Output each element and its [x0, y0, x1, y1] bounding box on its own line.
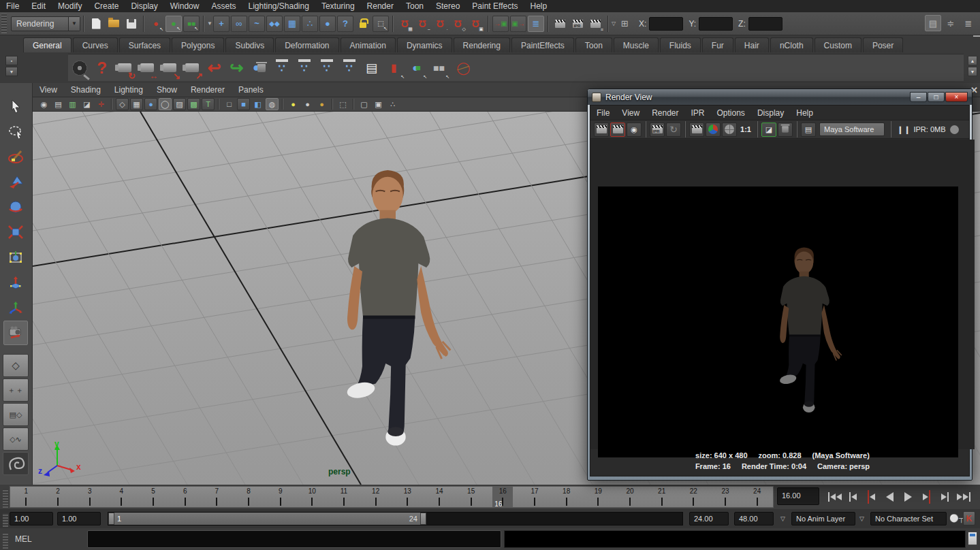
layout-persp-outliner-button[interactable]: ▤◇ [3, 403, 29, 426]
timeline-frame-number[interactable]: 12 [372, 487, 379, 495]
x-coord-input[interactable] [649, 17, 683, 31]
render-view-titlebar[interactable]: Render View – □ × [588, 89, 972, 105]
menu-paint-effects[interactable]: Paint Effects [466, 0, 524, 12]
snap-grid-icon[interactable]: Ω▦ [397, 16, 413, 32]
rotate-tool[interactable] [3, 195, 28, 219]
field-chart-icon[interactable]: ▨ [173, 98, 186, 110]
textured-display-icon[interactable]: ◍ [266, 98, 279, 110]
menu-file[interactable]: File [0, 0, 25, 12]
range-slider-trough[interactable]: 1 24 [108, 512, 683, 525]
panel-menu-renderer[interactable]: Renderer [184, 85, 232, 95]
highlight-selection-icon[interactable]: ⬚↖ [373, 16, 389, 32]
timeline-frame-number[interactable]: 1 [25, 487, 29, 495]
menu-lighting-shading[interactable]: Lighting/Shading [242, 0, 315, 12]
shelf-tab-ncloth[interactable]: nCloth [770, 37, 813, 52]
rv-menu-options[interactable]: Options [711, 108, 751, 118]
output-connections-icon[interactable]: ▣→ [510, 16, 526, 32]
last-tool-used[interactable] [3, 321, 28, 345]
rv-menu-ipr[interactable]: IPR [685, 108, 711, 118]
input-connections-icon[interactable]: →▣ [492, 16, 509, 32]
all-lights-icon[interactable]: ● [315, 98, 328, 110]
auto-keyframe-toggle[interactable]: K [963, 511, 975, 525]
shelf-tab-menu-icon[interactable]: ▼ [5, 67, 18, 76]
layout-four-pane-button[interactable]: ＋＋ [3, 378, 29, 402]
film-gate-icon[interactable]: ▦ [130, 98, 143, 110]
shelf-tab-rendering[interactable]: Rendering [454, 37, 510, 52]
wireframe-on-shaded-icon[interactable]: ▢ [358, 98, 370, 110]
shelf-tab-animation[interactable]: Animation [341, 37, 396, 52]
timeline-frame-number[interactable]: 4 [120, 487, 124, 495]
shelf-ik-handle-icon[interactable] [338, 56, 360, 80]
shelf-tab-surfaces[interactable]: Surfaces [119, 37, 170, 52]
shelf-undo-icon[interactable]: ↩ [203, 56, 225, 80]
menu-display[interactable]: Display [125, 0, 163, 12]
ipr-render-icon[interactable]: IPR [570, 16, 586, 32]
snap-point-icon[interactable]: Ω· [432, 16, 449, 32]
timeline-frame-number[interactable]: 21 [658, 487, 665, 495]
shelf-paint-brush-icon[interactable]: ◯╱ [450, 56, 473, 80]
save-scene-icon[interactable] [123, 16, 140, 32]
mask-surfaces-icon[interactable]: ◆◆ [266, 16, 283, 32]
rv-renderer-selector[interactable]: Maya Software [819, 123, 885, 136]
rv-render-settings-icon[interactable]: ▤ [801, 123, 816, 137]
menu-stereo[interactable]: Stereo [430, 0, 466, 12]
rv-ipr-render-icon[interactable]: IPR [650, 123, 665, 137]
timeline-frame-number[interactable]: 15 [467, 487, 475, 495]
current-time-field[interactable]: 16.00 [777, 487, 819, 505]
character-set-dropdown-icon[interactable]: ▽ [859, 515, 864, 522]
command-language-label[interactable]: MEL [15, 534, 32, 544]
timeline-frame-number[interactable]: 9 [279, 487, 283, 495]
shelf-tab-subdivs[interactable]: Subdivs [225, 37, 274, 52]
command-grip[interactable] [3, 532, 8, 549]
timeline-frame-number[interactable]: 19 [595, 487, 602, 495]
script-editor-icon[interactable] [968, 532, 977, 545]
mask-handles-icon[interactable]: + [213, 16, 230, 32]
shelf-delete-unused-icon[interactable]: ● [248, 56, 270, 80]
layout-single-pane-button[interactable]: ◇ [3, 354, 29, 377]
menu-assets[interactable]: Assets [205, 0, 242, 12]
shelf-scroll-down-icon[interactable]: ▼ [968, 67, 977, 76]
shelf-tab-fur[interactable]: Fur [702, 37, 733, 52]
rv-menu-help[interactable]: Help [790, 108, 819, 118]
go-to-start-button[interactable] [825, 487, 844, 507]
timeline-frame-number[interactable]: 3 [88, 487, 92, 495]
mask-dynamics-icon[interactable]: ∴ [302, 16, 318, 32]
layout-persp-graph-button[interactable]: ◇∿ [3, 427, 29, 451]
menu-set-selector[interactable]: Rendering ▼ [11, 16, 80, 31]
resolution-gate-icon[interactable]: ● [144, 98, 157, 110]
go-to-end-button[interactable] [954, 487, 973, 507]
rv-snapshot-icon[interactable]: ◉ [627, 123, 642, 137]
toolbar-grip[interactable] [1, 14, 7, 33]
safe-action-icon[interactable]: ▩ [187, 98, 200, 110]
smooth-shade-icon[interactable]: ■ [237, 98, 250, 110]
select-component-icon[interactable]: ■■↖ [183, 16, 200, 32]
rendered-image[interactable] [598, 187, 958, 457]
y-coord-input[interactable] [699, 17, 733, 31]
panel-menu-panels[interactable]: Panels [232, 85, 270, 95]
maximize-button[interactable]: □ [928, 92, 945, 102]
shelf-playblast-icon[interactable] [68, 56, 91, 80]
shelf-item-menu-icon[interactable]: ▪ [5, 56, 18, 65]
select-object-icon[interactable]: ●↖ [165, 16, 182, 32]
move-tool[interactable] [3, 169, 28, 194]
step-back-key-button[interactable] [862, 487, 881, 507]
anim-layer-field[interactable]: No Anim Layer [791, 512, 855, 525]
menu-help[interactable]: Help [524, 0, 554, 12]
rv-redo-previous-render-icon[interactable] [610, 123, 625, 137]
timeline-grip[interactable] [3, 489, 8, 508]
timeline-frame-number[interactable]: 24 [753, 487, 761, 495]
pan-zoom-icon[interactable]: ✛ [95, 98, 108, 110]
channel-box-icon[interactable]: ≣ [960, 15, 977, 31]
rv-menu-view[interactable]: View [616, 108, 646, 118]
shelf-select-object-red-icon[interactable]: ▮↖ [383, 56, 405, 80]
range-start-handle[interactable] [108, 513, 114, 525]
z-coord-input[interactable] [748, 17, 783, 31]
rv-render-region-icon[interactable] [689, 123, 704, 137]
range-grip[interactable] [3, 513, 8, 527]
timeline-frame-number[interactable]: 17 [531, 487, 538, 495]
soft-modification-tool[interactable] [3, 270, 28, 295]
lasso-tool[interactable] [3, 119, 28, 144]
timeline-frame-number[interactable]: 10 [309, 487, 316, 495]
timeline-frame-number[interactable]: 2 [56, 487, 60, 495]
playback-range-bar[interactable]: 1 24 [108, 513, 426, 525]
